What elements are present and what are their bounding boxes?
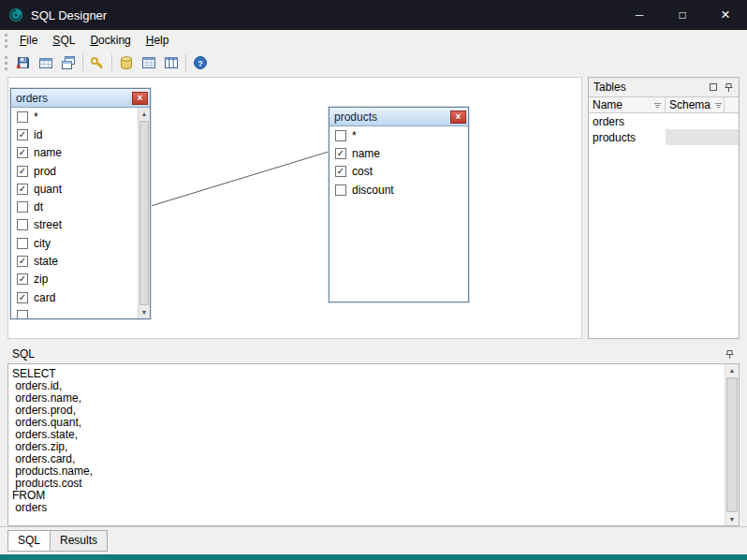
sql-panel-title: SQL	[12, 347, 35, 361]
minimize-button[interactable]: ─	[618, 0, 661, 30]
column-checkbox[interactable]: ✓	[17, 166, 28, 177]
column-checkbox[interactable]: ✓	[17, 256, 28, 267]
sql-text[interactable]: SELECT orders.id, orders.name, orders.pr…	[7, 363, 740, 526]
column-label: card	[34, 291, 55, 304]
menu-help[interactable]: Help	[139, 31, 177, 50]
scroll-down-icon[interactable]: ▼	[139, 306, 150, 318]
window-controls: ─ □ ×	[618, 0, 747, 30]
table-columns-button[interactable]	[160, 52, 183, 74]
sql-panel-header: SQL	[7, 345, 740, 363]
column-row[interactable]: *	[330, 126, 468, 144]
tab-results[interactable]: Results	[51, 530, 108, 552]
table-scrollbar[interactable]: ▲ ▼	[138, 108, 150, 318]
column-label: cost	[352, 165, 373, 178]
sql-scrollbar[interactable]: ▲ ▼	[725, 364, 739, 525]
help-button[interactable]: ?	[189, 52, 212, 74]
sort-icon	[710, 101, 723, 110]
table-grid-button[interactable]	[138, 52, 160, 74]
column-label: street	[34, 218, 62, 231]
column-row[interactable]: ✓id	[11, 125, 138, 143]
column-checkbox[interactable]	[17, 238, 28, 249]
scroll-down-icon[interactable]: ▼	[725, 513, 739, 525]
help-icon: ?	[193, 55, 208, 70]
titlebar: SQL Designer ─ □ ×	[0, 0, 747, 30]
key-icon	[90, 55, 105, 70]
float-window-icon[interactable]	[710, 83, 717, 91]
column-checkbox[interactable]: ✓	[17, 184, 28, 195]
toolbar-grip-handle[interactable]	[5, 56, 7, 70]
column-checkbox[interactable]	[17, 201, 28, 213]
scroll-thumb[interactable]	[726, 377, 738, 512]
scroll-up-icon[interactable]: ▲	[725, 364, 739, 376]
column-row-partial[interactable]	[11, 306, 138, 318]
column-checkbox[interactable]	[335, 130, 346, 141]
column-list: *✓name✓costdiscount	[330, 126, 468, 302]
table-window-orders[interactable]: orders × *✓id✓name✓prod✓quantdtstreetcit…	[10, 88, 151, 319]
column-row[interactable]: *	[11, 108, 138, 125]
menu-sql[interactable]: SQL	[45, 31, 82, 50]
column-row[interactable]: ✓quant	[11, 180, 138, 198]
toolbar-separator	[82, 54, 83, 71]
menu-file[interactable]: File	[12, 31, 45, 50]
sql-line: SELECT	[12, 367, 722, 379]
new-table-icon	[38, 55, 53, 70]
save-button[interactable]	[12, 52, 35, 74]
column-header-schema[interactable]: Schema	[666, 97, 725, 112]
scroll-thumb[interactable]	[139, 121, 149, 305]
database-button[interactable]	[115, 52, 138, 74]
key-button[interactable]	[86, 52, 109, 74]
table-list-row[interactable]: orders	[589, 113, 739, 129]
column-row[interactable]: dt	[11, 198, 138, 215]
pin-icon[interactable]	[724, 82, 734, 93]
table-title: orders	[16, 92, 48, 105]
column-checkbox[interactable]	[17, 310, 28, 318]
app-icon	[8, 7, 23, 22]
column-checkbox[interactable]	[335, 184, 346, 196]
table-window-header[interactable]: products ×	[330, 108, 468, 126]
tab-sql[interactable]: SQL	[7, 530, 51, 552]
column-row[interactable]: ✓cost	[330, 163, 468, 181]
table-window-products[interactable]: products × *✓name✓costdiscount	[329, 107, 469, 302]
new-table-button[interactable]	[35, 52, 57, 74]
copy-table-button[interactable]	[57, 52, 80, 74]
column-row[interactable]: ✓prod	[11, 162, 138, 180]
table-list-row[interactable]: products	[589, 129, 739, 145]
menubar-grip-handle[interactable]	[5, 34, 7, 48]
column-checkbox[interactable]	[17, 111, 28, 123]
table-name-cell: products	[589, 131, 666, 144]
maximize-button[interactable]: □	[661, 0, 704, 30]
save-icon	[16, 55, 31, 70]
column-checkbox[interactable]: ✓	[17, 273, 28, 285]
tables-grid-header: Name Schema	[589, 96, 739, 113]
column-label: city	[34, 237, 51, 250]
column-row[interactable]: city	[11, 234, 138, 252]
menubar: File SQL Docking Help	[0, 30, 747, 51]
table-window-header[interactable]: orders ×	[11, 89, 150, 108]
column-row[interactable]: ✓state	[11, 252, 138, 270]
column-checkbox[interactable]: ✓	[17, 147, 28, 158]
column-row[interactable]: ✓zip	[11, 271, 138, 288]
scroll-up-icon[interactable]: ▲	[139, 108, 150, 120]
svg-text:?: ?	[198, 59, 203, 68]
column-row[interactable]: ✓name	[330, 144, 468, 162]
window-bottom-accent	[0, 554, 747, 560]
tables-panel-buttons	[710, 82, 734, 93]
column-row[interactable]: discount	[330, 181, 468, 199]
close-button[interactable]: ×	[704, 0, 747, 30]
column-checkbox[interactable]: ✓	[17, 129, 28, 140]
column-label: discount	[352, 184, 394, 197]
table-close-button[interactable]: ×	[450, 111, 466, 124]
column-checkbox[interactable]: ✓	[335, 148, 346, 159]
column-row[interactable]: ✓name	[11, 144, 138, 162]
column-row[interactable]: ✓card	[11, 288, 138, 306]
pin-icon[interactable]	[725, 349, 735, 360]
column-label: prod	[34, 165, 56, 178]
table-close-button[interactable]: ×	[132, 92, 148, 105]
column-checkbox[interactable]: ✓	[17, 292, 28, 303]
menu-docking[interactable]: Docking	[82, 31, 138, 50]
column-checkbox[interactable]: ✓	[335, 166, 346, 177]
column-header-name[interactable]: Name	[589, 97, 666, 112]
column-row[interactable]: street	[11, 216, 138, 234]
design-canvas[interactable]: orders × *✓id✓name✓prod✓quantdtstreetcit…	[7, 77, 582, 339]
column-checkbox[interactable]	[17, 219, 28, 230]
